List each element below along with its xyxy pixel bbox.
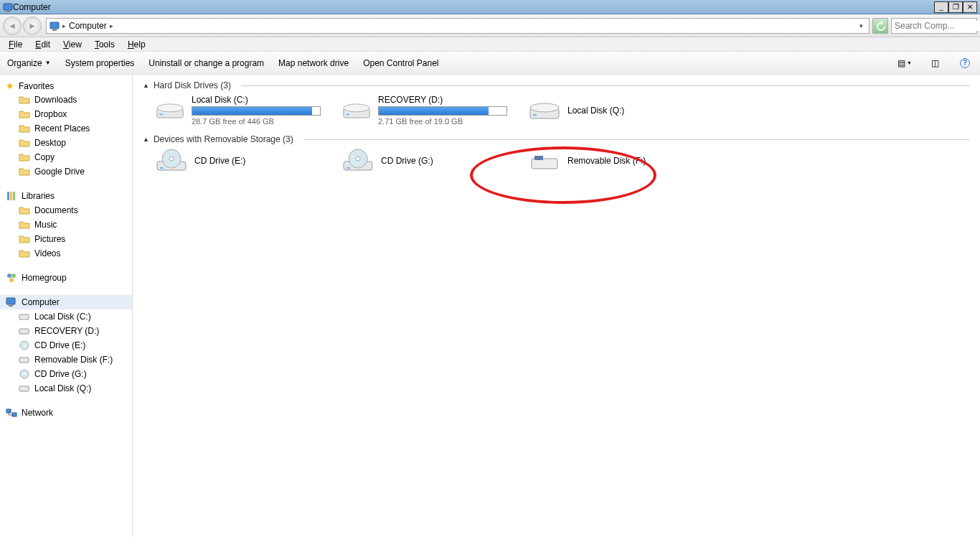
sidebar-local-q[interactable]: Local Disk (Q:) [0,381,132,396]
search-input[interactable] [892,21,980,31]
computer-icon [3,2,13,12]
menu-view[interactable]: View [63,39,82,50]
drive-icon [19,325,30,337]
folder-icon [19,94,30,106]
sidebar-network[interactable]: Network [0,406,132,420]
drive-local-q[interactable]: Local Disk (Q:) [529,95,694,126]
section-header-hdd[interactable]: ▲Hard Disk Drives (3) [143,80,970,90]
menu-file[interactable]: File [9,39,22,50]
sidebar-recent[interactable]: Recent Places [0,121,132,136]
sidebar-copy[interactable]: Copy [0,150,132,164]
help-button[interactable]: ? [957,56,973,70]
organize-button[interactable]: Organize▼ [7,58,51,68]
view-options-button[interactable]: ▤▼ [897,56,913,70]
map-drive-button[interactable]: Map network drive [278,58,349,68]
removable-disk-icon [529,149,560,173]
folder-icon [19,108,30,120]
drive-name: Removable Disk (F:) [567,156,646,166]
sidebar-homegroup[interactable]: Homegroup [0,271,132,285]
sidebar-dropbox[interactable]: Dropbox [0,107,132,121]
folder-icon [19,233,30,245]
content-pane: ▲Hard Disk Drives (3) Local Disk (C:) 28… [133,75,980,537]
computer-icon [6,296,17,308]
sidebar-computer[interactable]: Computer [0,295,132,309]
drive-cd-g[interactable]: CD Drive (G:) [342,149,507,173]
pane-icon: ◫ [931,58,939,68]
folder-icon [19,248,30,259]
sidebar-favorites[interactable]: ★Favorites [0,79,132,93]
minimize-button[interactable]: _ [934,1,948,13]
system-properties-button[interactable]: System properties [65,58,135,68]
drive-icon [19,354,30,365]
sidebar-videos[interactable]: Videos [0,246,132,261]
folder-icon [19,137,30,149]
chevron-down-icon: ▼ [907,60,912,65]
sidebar-label: Computer [22,297,60,307]
title-bar: Computer _ ❐ ✕ [0,0,980,14]
drive-icon [19,311,30,322]
close-button[interactable]: ✕ [963,1,977,13]
maximize-button[interactable]: ❐ [948,1,963,13]
folder-icon [19,151,30,163]
sidebar-pictures[interactable]: Pictures [0,232,132,246]
drive-name: CD Drive (E:) [194,156,245,166]
sidebar-desktop[interactable]: Desktop [0,136,132,150]
libraries-icon [6,190,17,202]
menu-help[interactable]: Help [128,39,146,50]
back-button[interactable]: ◄ [3,17,22,35]
menu-bar: File Edit View Tools Help [0,37,980,52]
folder-icon [19,166,30,177]
drive-name: Local Disk (Q:) [567,106,624,116]
right-arrow-icon: ► [28,21,37,31]
sidebar-downloads[interactable]: Downloads [0,93,132,107]
breadcrumb[interactable]: Computer [69,21,107,31]
drive-name: Local Disk (C:) [192,95,321,105]
window-title: Computer [13,2,934,12]
preview-pane-button[interactable]: ◫ [927,56,943,70]
navigation-pane: ★Favorites Downloads Dropbox Recent Plac… [0,75,133,537]
drive-free: 28.7 GB free of 446 GB [192,117,321,126]
sidebar-documents[interactable]: Documents [0,203,132,218]
sidebar-removable-f[interactable]: Removable Disk (F:) [0,352,132,367]
folder-icon [19,123,30,134]
sidebar-cd-e[interactable]: CD Drive (E:) [0,338,132,352]
address-bar[interactable]: ▸ Computer ▸ ▾ [46,18,870,34]
sidebar-recovery-d[interactable]: RECOVERY (D:) [0,324,132,338]
cd-drive-icon [156,149,187,173]
drive-free: 2.71 GB free of 19.0 GB [378,117,507,126]
forward-button[interactable]: ► [23,17,42,35]
sidebar-label: Favorites [19,81,54,91]
menu-edit[interactable]: Edit [35,39,50,50]
help-icon: ? [960,58,970,68]
hdd-icon [529,98,560,123]
uninstall-program-button[interactable]: Uninstall or change a program [149,58,264,68]
sidebar-cd-g[interactable]: CD Drive (G:) [0,367,132,381]
refresh-icon [875,21,885,31]
address-dropdown[interactable]: ▾ [857,22,866,29]
refresh-button[interactable] [872,18,888,34]
chevron-right-icon: ▸ [62,22,66,29]
drive-icon [19,383,30,394]
drive-cd-e[interactable]: CD Drive (E:) [156,149,321,173]
sidebar-local-c[interactable]: Local Disk (C:) [0,309,132,324]
cd-drive-icon [342,149,374,173]
drive-local-c[interactable]: Local Disk (C:) 28.7 GB free of 446 GB [156,95,321,126]
sidebar-music[interactable]: Music [0,218,132,232]
drive-recovery-d[interactable]: RECOVERY (D:) 2.71 GB free of 19.0 GB [342,95,507,126]
folder-icon [19,219,30,230]
section-header-removable[interactable]: ▲Devices with Removable Storage (3) [143,134,970,144]
cd-icon [19,368,30,380]
drive-removable-f[interactable]: Removable Disk (F:) [529,149,694,173]
collapse-icon: ▲ [143,82,149,89]
drive-name: CD Drive (G:) [381,156,433,166]
search-box [891,18,977,34]
control-panel-button[interactable]: Open Control Panel [363,58,438,68]
view-icon: ▤ [897,58,905,68]
sidebar-libraries[interactable]: Libraries [0,189,132,203]
usage-bar [378,106,507,116]
nav-bar: ◄ ► ▸ Computer ▸ ▾ [0,14,980,37]
drive-name: RECOVERY (D:) [378,95,507,105]
menu-tools[interactable]: Tools [95,39,115,50]
network-icon [6,407,17,419]
sidebar-gdrive[interactable]: Google Drive [0,164,132,179]
